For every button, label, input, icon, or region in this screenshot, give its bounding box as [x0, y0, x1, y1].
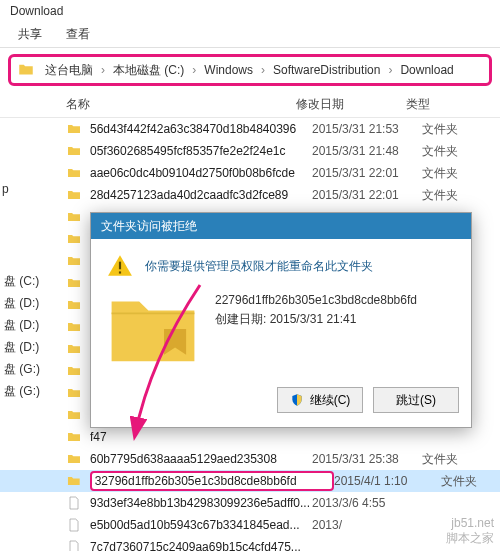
- dialog-title: 文件夹访问被拒绝: [91, 213, 471, 239]
- folder-large-icon: [107, 291, 199, 367]
- folder-icon: [66, 407, 82, 423]
- item-name: 7c7d7360715c2409aa69b15c4cfd475...: [90, 540, 312, 551]
- tab-view[interactable]: 查看: [66, 26, 90, 43]
- list-item[interactable]: 05f3602685495fcf85357fe2e2f24e1c2015/3/3…: [0, 140, 500, 162]
- list-item[interactable]: e5b00d5ad10b5943c67b3341845ead...2013/: [0, 514, 500, 536]
- chevron-right-icon: ›: [384, 63, 396, 77]
- svg-rect-1: [119, 271, 121, 273]
- column-headers: 名称 修改日期 类型: [0, 92, 500, 118]
- col-date[interactable]: 修改日期: [290, 96, 400, 113]
- item-name: e5b00d5ad10b5943c67b3341845ead...: [90, 518, 312, 532]
- col-type[interactable]: 类型: [400, 96, 460, 113]
- window-title: Download: [0, 0, 500, 22]
- item-date: 2013/3/6 4:55: [312, 496, 422, 510]
- dialog-message: 你需要提供管理员权限才能重命名此文件夹: [145, 258, 373, 275]
- folder-icon: [66, 275, 82, 291]
- item-date: 2015/3/31 22:01: [312, 166, 422, 180]
- item-date: 2015/3/31 21:48: [312, 144, 422, 158]
- item-name: aae06c0dc4b09104d2750f0b08b6fcde: [90, 166, 312, 180]
- item-type: 文件夹: [441, 473, 500, 490]
- dialog-folder-name: 22796d1ffb26b305e1c3bd8cde8bb6fd: [215, 291, 417, 310]
- continue-button[interactable]: 继续(C): [277, 387, 363, 413]
- list-item[interactable]: 60b7795d638aaaa5129aed2353082015/3/31 25…: [0, 448, 500, 470]
- list-item[interactable]: 56d43f442f42a63c38470d18b48403962015/3/3…: [0, 118, 500, 140]
- folder-icon: [66, 319, 82, 335]
- list-item[interactable]: aae06c0dc4b09104d2750f0b08b6fcde2015/3/3…: [0, 162, 500, 184]
- folder-icon: [66, 297, 82, 313]
- item-name: 60b7795d638aaaa5129aed235308: [90, 452, 312, 466]
- folder-icon: [66, 231, 82, 247]
- drive-item[interactable]: 盘 (D:): [0, 336, 56, 358]
- list-item[interactable]: 93d3ef34e8bb13b42983099236e5adff0...2013…: [0, 492, 500, 514]
- item-type: 文件夹: [422, 451, 482, 468]
- item-name: 56d43f442f42a63c38470d18b4840396: [90, 122, 312, 136]
- item-date: 2013/: [312, 518, 422, 532]
- access-denied-dialog: 文件夹访问被拒绝 你需要提供管理员权限才能重命名此文件夹 22796d1ffb2…: [90, 212, 472, 428]
- nav-pane-cut: p: [2, 182, 9, 196]
- folder-icon: [66, 165, 82, 181]
- list-item[interactable]: 28d4257123ada40d2caadfc3d2fce892015/3/31…: [0, 184, 500, 206]
- folder-icon: [66, 473, 82, 489]
- svg-rect-0: [119, 262, 121, 270]
- item-date: 2015/3/31 25:38: [312, 452, 422, 466]
- breadcrumb[interactable]: 这台电脑› 本地磁盘 (C:)› Windows› SoftwareDistri…: [41, 62, 458, 79]
- tab-share[interactable]: 共享: [18, 26, 42, 43]
- folder-icon: [66, 209, 82, 225]
- item-type: 文件夹: [422, 187, 482, 204]
- list-item[interactable]: 7c7d7360715c2409aa69b15c4cfd475...: [0, 536, 500, 551]
- item-date: 2015/3/31 22:01: [312, 188, 422, 202]
- item-name: f47: [90, 430, 312, 444]
- drive-item[interactable]: 盘 (G:): [0, 358, 56, 380]
- folder-icon: [66, 451, 82, 467]
- col-name[interactable]: 名称: [10, 96, 290, 113]
- folder-icon: [66, 363, 82, 379]
- skip-button[interactable]: 跳过(S): [373, 387, 459, 413]
- watermark: jb51.net脚本之家: [446, 516, 494, 547]
- dialog-created-date: 创建日期: 2015/3/31 21:41: [215, 310, 417, 329]
- item-name: 28d4257123ada40d2caadfc3d2fce89: [90, 188, 312, 202]
- chevron-right-icon: ›: [257, 63, 269, 77]
- ribbon-tabs: 共享 查看: [0, 22, 500, 48]
- nav-pane-fragment: 盘 (C:)盘 (D:)盘 (D:)盘 (D:)盘 (G:)盘 (G:): [0, 270, 56, 402]
- item-name: 32796d1ffb26b305e1c3bd8cde8bb6fd: [90, 471, 334, 491]
- item-name: 93d3ef34e8bb13b42983099236e5adff0...: [90, 496, 312, 510]
- folder-icon: [66, 429, 82, 445]
- drive-item[interactable]: 盘 (G:): [0, 380, 56, 402]
- drive-item[interactable]: 盘 (D:): [0, 314, 56, 336]
- drive-item[interactable]: 盘 (D:): [0, 292, 56, 314]
- chevron-right-icon: ›: [97, 63, 109, 77]
- folder-icon: [17, 61, 35, 79]
- folder-icon: [66, 143, 82, 159]
- item-type: 文件夹: [422, 143, 482, 160]
- folder-icon: [66, 253, 82, 269]
- address-bar[interactable]: 这台电脑› 本地磁盘 (C:)› Windows› SoftwareDistri…: [8, 54, 492, 86]
- document-icon: [66, 539, 82, 551]
- list-item[interactable]: f47: [0, 426, 500, 448]
- folder-icon: [66, 187, 82, 203]
- document-icon: [66, 517, 82, 533]
- item-date: 2015/3/31 21:53: [312, 122, 422, 136]
- item-type: 文件夹: [422, 121, 482, 138]
- folder-icon: [66, 121, 82, 137]
- warning-icon: [107, 253, 133, 279]
- document-icon: [66, 495, 82, 511]
- shield-icon: [290, 393, 304, 407]
- drive-item[interactable]: 盘 (C:): [0, 270, 56, 292]
- folder-icon: [66, 385, 82, 401]
- list-item[interactable]: 32796d1ffb26b305e1c3bd8cde8bb6fd2015/4/1…: [0, 470, 500, 492]
- folder-icon: [66, 341, 82, 357]
- item-name: 05f3602685495fcf85357fe2e2f24e1c: [90, 144, 312, 158]
- item-type: 文件夹: [422, 165, 482, 182]
- item-date: 2015/4/1 1:10: [334, 474, 441, 488]
- chevron-right-icon: ›: [188, 63, 200, 77]
